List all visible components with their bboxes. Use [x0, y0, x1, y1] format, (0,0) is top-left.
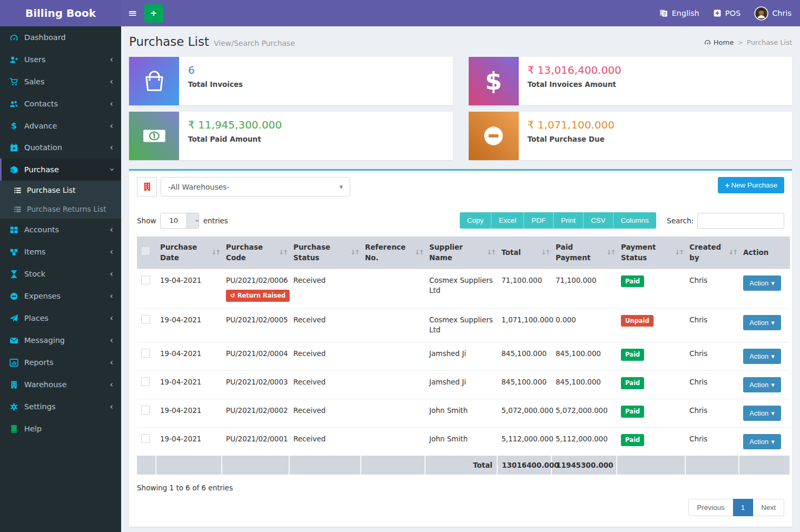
language-label: English [671, 9, 699, 17]
chevron-left-icon: ‹ [110, 55, 113, 64]
sidebar-item-purchase[interactable]: Purchase ‹ [0, 159, 121, 181]
sidebar-item-reports[interactable]: Reports ‹ [0, 351, 121, 373]
sidebar-label: Items [24, 248, 46, 256]
action-button[interactable]: Action▾ [743, 315, 781, 330]
language-menu[interactable]: English [659, 9, 699, 17]
sidebar-label: Sales [24, 77, 45, 86]
dollar-icon: $ [485, 67, 502, 95]
quick-add-button[interactable]: + [144, 4, 163, 23]
sidebar-item-help[interactable]: Help [0, 418, 121, 440]
sidebar-item-warehouse[interactable]: Warehouse ‹ [0, 373, 121, 396]
previous-page-button[interactable]: Previous [688, 499, 733, 516]
plus-icon: + [725, 181, 729, 190]
columns-button[interactable]: Columns [614, 212, 656, 229]
row-checkbox[interactable] [141, 377, 150, 386]
sidebar-item-purchase-list[interactable]: Purchase List [0, 181, 121, 200]
print-button[interactable]: Print [554, 212, 584, 229]
col-total[interactable]: Total↓↑ [497, 237, 551, 269]
sidebar-item-purchase-returns-list[interactable]: Purchase Returns List [0, 200, 121, 219]
sidebar-item-settings[interactable]: Settings ‹ [0, 396, 121, 418]
col-reference-no[interactable]: Reference No.↓↑ [361, 237, 425, 269]
sidebar-item-users[interactable]: Users ‹ [0, 48, 121, 71]
sidebar-label: Contacts [24, 100, 58, 108]
sidebar-item-advance[interactable]: $ Advance ‹ [0, 115, 121, 136]
table-summary: Showing 1 to 6 of 6 entries [137, 484, 784, 492]
bar-chart-icon [9, 358, 18, 367]
row-checkbox[interactable] [141, 349, 150, 358]
chevron-left-icon: ‹ [110, 248, 113, 256]
col-paid-payment[interactable]: Paid Payment↓↑ [551, 237, 617, 269]
plus-icon: + [151, 7, 156, 19]
col-purchase-code[interactable]: Purchase Code↓↑ [222, 237, 289, 269]
cube-icon [9, 165, 18, 174]
col-purchase-status[interactable]: Purchase Status↓↑ [289, 237, 361, 269]
sort-icon: ↓↑ [350, 248, 359, 257]
breadcrumb-current: Purchase List [747, 38, 792, 46]
action-button[interactable]: Action▾ [743, 406, 781, 421]
new-purchase-button[interactable]: + New Purchase [718, 177, 784, 193]
row-checkbox[interactable] [141, 315, 150, 324]
envelope-icon [9, 336, 18, 345]
sidebar-item-dashboard[interactable]: Dashboard [0, 26, 121, 48]
warehouse-select[interactable]: -All Warehouses- ▾ [161, 177, 350, 196]
stat-label: Total Paid Amount [188, 135, 282, 143]
sidebar-label: Advance [24, 122, 57, 130]
sidebar-item-accounts[interactable]: Accounts ‹ [0, 219, 121, 241]
excel-button[interactable]: Excel [491, 212, 524, 229]
sidebar-item-expenses[interactable]: Expenses ‹ [0, 285, 121, 307]
sidebar-item-messaging[interactable]: Messaging ‹ [0, 329, 121, 351]
footer-total-value: 13016400.000 [497, 456, 551, 475]
stat-card-total-paid-amount: ₹ 11,945,300.000 Total Paid Amount [129, 112, 453, 160]
caret-down-icon: ▾ [771, 352, 775, 360]
footer-total-label: Total [425, 456, 497, 475]
row-checkbox[interactable] [141, 275, 150, 284]
breadcrumb-home-link[interactable]: Home [704, 38, 734, 46]
hamburger-icon[interactable]: ≡ [121, 7, 144, 19]
pos-menu[interactable]: POS [713, 9, 740, 17]
sidebar-label: Messaging [24, 336, 65, 344]
next-page-button[interactable]: Next [753, 499, 784, 516]
sidebar-item-sales[interactable]: Sales ‹ [0, 71, 121, 93]
action-button[interactable]: Action▾ [743, 434, 781, 449]
chevron-left-icon: ‹ [110, 358, 113, 367]
caret-down-icon: ▾ [339, 183, 343, 191]
status-badge: Paid [621, 349, 644, 361]
csv-button[interactable]: CSV [584, 212, 614, 229]
table-row: 19-04-2021 PU/2021/02/0005 Received Cosm… [137, 308, 790, 342]
search-input[interactable] [697, 213, 784, 229]
col-supplier-name[interactable]: Supplier Name↓↑ [425, 237, 497, 269]
action-button[interactable]: Action▾ [743, 275, 781, 291]
table-row: 19-04-2021 PU/2021/02/0006 ↺ Return Rais… [137, 269, 790, 308]
action-button[interactable]: Action▾ [743, 377, 781, 392]
paper-plane-icon [9, 314, 18, 323]
chevron-left-icon: ‹ [110, 314, 113, 322]
action-button[interactable]: Action▾ [743, 349, 781, 364]
pdf-button[interactable]: PDF [524, 212, 554, 229]
row-checkbox[interactable] [141, 406, 150, 415]
sidebar-item-quotation[interactable]: Quotation ‹ [0, 136, 121, 159]
sidebar-item-contacts[interactable]: Contacts ‹ [0, 93, 121, 115]
sidebar-item-items[interactable]: Items ‹ [0, 241, 121, 263]
col-payment-status[interactable]: Payment Status↓↑ [617, 237, 685, 269]
page-1-button[interactable]: 1 [733, 499, 754, 516]
table-footer-row: Total 13016400.000 11945300.000 [137, 456, 790, 475]
sidebar-label: Expenses [24, 292, 61, 300]
sidebar-item-places[interactable]: Places ‹ [0, 307, 121, 329]
sort-icon: ↓↑ [414, 248, 423, 257]
stat-label: Total Invoices Amount [528, 80, 621, 88]
copy-button[interactable]: Copy [460, 212, 492, 229]
sort-icon: ↓↑ [728, 248, 737, 257]
select-all-checkbox[interactable] [141, 247, 150, 255]
user-menu[interactable]: Chris [754, 6, 792, 21]
chevron-left-icon: ‹ [110, 402, 113, 411]
caret-down-icon: ▾ [771, 438, 775, 446]
gears-icon [9, 402, 18, 411]
sidebar-label: Reports [24, 358, 54, 367]
stat-value: ₹ 13,016,400.000 [528, 64, 621, 76]
sidebar-item-stock[interactable]: Stock ‹ [0, 263, 121, 285]
breadcrumb: Home > Purchase List [704, 38, 792, 46]
page-size-select[interactable]: 10 ‹ [160, 213, 199, 229]
col-created-by[interactable]: Created by↓↑ [685, 237, 739, 269]
col-purchase-date[interactable]: Purchase Date↓↑ [156, 237, 222, 269]
row-checkbox[interactable] [141, 434, 150, 443]
